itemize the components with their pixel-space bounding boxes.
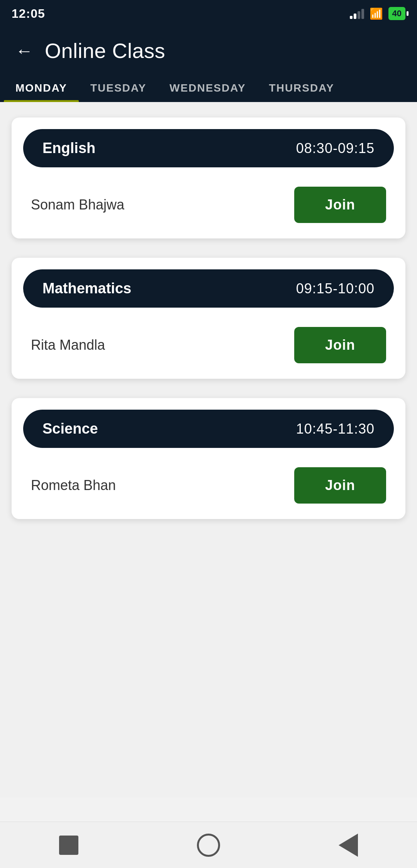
class-info-english: Sonam Bhajwa Join xyxy=(23,183,394,227)
class-header-mathematics: Mathematics 09:15-10:00 xyxy=(23,269,394,308)
teacher-english: Sonam Bhajwa xyxy=(31,197,124,213)
wifi-icon: 📶 xyxy=(370,7,383,20)
teacher-science: Rometa Bhan xyxy=(31,477,116,494)
class-header-science: Science 10:45-11:30 xyxy=(23,410,394,448)
signal-icon xyxy=(350,8,364,19)
day-tabs: MONDAY TUESDAY WEDNESDAY THURSDAY xyxy=(0,63,417,102)
page-title: Online Class xyxy=(45,39,165,63)
bottom-nav xyxy=(0,822,417,868)
teacher-mathematics: Rita Mandla xyxy=(31,337,105,353)
join-button-english[interactable]: Join xyxy=(294,187,386,223)
class-card-science: Science 10:45-11:30 Rometa Bhan Join xyxy=(12,398,405,519)
subject-mathematics: Mathematics xyxy=(42,280,131,297)
nav-home-button[interactable] xyxy=(197,834,220,857)
time-mathematics: 09:15-10:00 xyxy=(296,281,375,297)
status-icons: 📶 40 xyxy=(350,7,405,20)
subject-science: Science xyxy=(42,420,98,437)
app-header: ← Online Class xyxy=(0,27,417,63)
nav-stop-button[interactable] xyxy=(59,836,78,855)
status-time: 12:05 xyxy=(12,7,45,21)
class-info-mathematics: Rita Mandla Join xyxy=(23,323,394,367)
back-button[interactable]: ← xyxy=(15,42,33,60)
tab-monday[interactable]: MONDAY xyxy=(4,74,79,102)
time-science: 10:45-11:30 xyxy=(296,421,375,437)
nav-back-button[interactable] xyxy=(339,834,358,857)
battery-icon: 40 xyxy=(388,7,405,20)
subject-english: English xyxy=(42,140,95,157)
status-bar: 12:05 📶 40 xyxy=(0,0,417,27)
time-english: 08:30-09:15 xyxy=(296,140,375,157)
tab-thursday[interactable]: THURSDAY xyxy=(258,74,346,102)
class-card-english: English 08:30-09:15 Sonam Bhajwa Join xyxy=(12,117,405,238)
content-area: English 08:30-09:15 Sonam Bhajwa Join Ma… xyxy=(0,102,417,798)
class-info-science: Rometa Bhan Join xyxy=(23,463,394,507)
tab-wednesday[interactable]: WEDNESDAY xyxy=(158,74,257,102)
class-card-mathematics: Mathematics 09:15-10:00 Rita Mandla Join xyxy=(12,258,405,379)
class-header-english: English 08:30-09:15 xyxy=(23,129,394,167)
join-button-science[interactable]: Join xyxy=(294,467,386,504)
join-button-mathematics[interactable]: Join xyxy=(294,327,386,363)
tab-tuesday[interactable]: TUESDAY xyxy=(79,74,158,102)
